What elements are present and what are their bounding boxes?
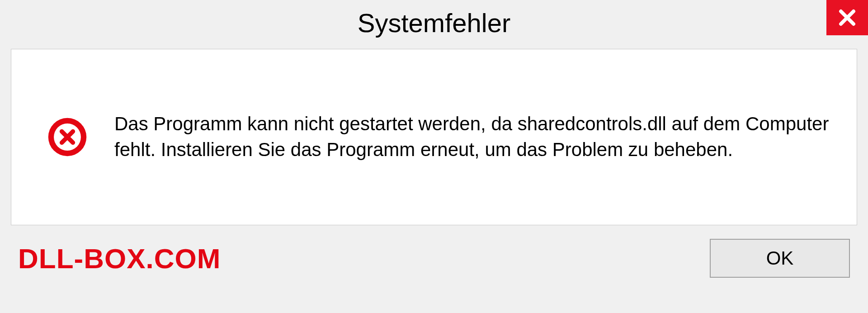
ok-button[interactable]: OK bbox=[710, 239, 850, 278]
watermark-text: DLL-BOX.COM bbox=[18, 242, 221, 275]
close-icon bbox=[838, 8, 857, 27]
error-message: Das Programm kann nicht gestartet werden… bbox=[114, 111, 830, 162]
close-button[interactable] bbox=[826, 0, 868, 35]
titlebar: Systemfehler bbox=[0, 0, 868, 45]
content-panel: Das Programm kann nicht gestartet werden… bbox=[11, 49, 857, 225]
footer: DLL-BOX.COM OK bbox=[0, 225, 868, 278]
dialog-title: Systemfehler bbox=[358, 8, 510, 38]
error-icon bbox=[47, 117, 87, 157]
